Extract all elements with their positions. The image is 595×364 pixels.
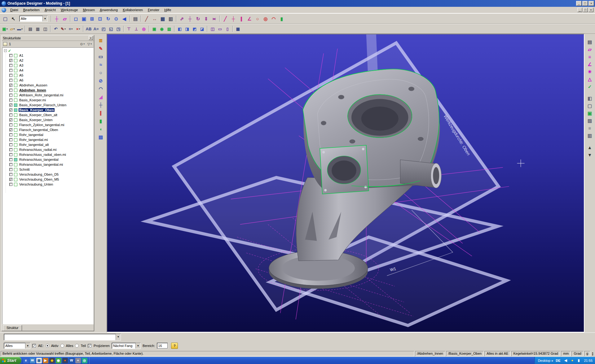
aktiv-radio[interactable] bbox=[46, 344, 49, 348]
rotate-3d-icon[interactable]: ↻ bbox=[194, 15, 202, 22]
previous-view-icon[interactable]: ◀ bbox=[120, 15, 128, 22]
menu-fenster[interactable]: Fenster bbox=[145, 7, 162, 12]
menu-anwendung[interactable]: Anwendung bbox=[97, 7, 120, 12]
move-3d-icon[interactable]: ┼ bbox=[186, 15, 194, 22]
menu-bearbeiten[interactable]: Bearbeiten bbox=[21, 7, 42, 12]
volume-icon[interactable]: ◀ bbox=[563, 358, 568, 363]
select-arrow-icon[interactable]: ↖ bbox=[9, 15, 17, 22]
tree-checkbox[interactable] bbox=[9, 123, 13, 127]
layer-list-icon[interactable]: ≡ bbox=[586, 124, 594, 132]
show-desktop-icon[interactable]: ▦ bbox=[36, 358, 42, 363]
child-restore-button[interactable]: □ bbox=[583, 8, 588, 12]
minimize-button[interactable]: _ bbox=[576, 1, 582, 6]
tree-checkbox[interactable] bbox=[9, 148, 13, 151]
tree-item-Schnitt[interactable]: Schnitt bbox=[3, 167, 93, 172]
attach-icon[interactable]: ⊘ bbox=[96, 77, 105, 85]
tree-item-Basis_Koerper_Flansch_Unten[interactable]: ✓Basis_Koerper_Flansch_Unten bbox=[3, 103, 93, 107]
select-face-icon[interactable]: ▣ bbox=[151, 25, 158, 32]
projizieren-checkbox[interactable]: ✓ bbox=[88, 344, 92, 348]
tree-checkbox[interactable] bbox=[9, 163, 13, 166]
pencil-edit-icon[interactable]: ✎▾ bbox=[60, 25, 67, 32]
info-panel-icon[interactable]: ▥ bbox=[586, 132, 594, 139]
undo-icon[interactable]: ↶ bbox=[52, 25, 60, 32]
show-part-icon[interactable]: ▣▾ bbox=[1, 25, 9, 32]
tree-checkbox[interactable]: ✓ bbox=[9, 59, 13, 62]
tree-checkbox[interactable] bbox=[9, 133, 13, 137]
snap-mode-combo[interactable]: Nächst Fang ▼ bbox=[112, 343, 141, 349]
line-2d-icon[interactable]: ╱ bbox=[221, 15, 229, 22]
zoom-icon[interactable]: ⊙ bbox=[112, 15, 120, 22]
spline-tool-icon[interactable]: ≈ bbox=[96, 60, 105, 68]
assembly-new-icon[interactable]: ◱ bbox=[107, 25, 115, 32]
delete-icon[interactable]: ×▾ bbox=[74, 25, 82, 32]
tree-item-Rohranschluss_radial_oben.mi[interactable]: Rohranschluss_radial_oben.mi bbox=[3, 152, 93, 157]
combo-arrow-icon[interactable]: ▼ bbox=[116, 334, 121, 340]
measure-dimension-icon[interactable]: ↔ bbox=[151, 15, 159, 22]
selection-mode-combo[interactable]: Alles ▼ bbox=[4, 343, 30, 349]
dropdown-arrow-icon[interactable]: ▾ bbox=[21, 28, 23, 30]
tree-item-Flansch_Zyklon_tangential.mi[interactable]: Flansch_Zyklon_tangential.mi bbox=[3, 122, 93, 127]
tree-checkbox[interactable] bbox=[9, 54, 13, 57]
dropdown-arrow-icon[interactable]: ▾ bbox=[7, 28, 8, 30]
tree-checkbox[interactable] bbox=[9, 183, 13, 186]
selection-filter-combo[interactable]: Alle ▼ bbox=[19, 15, 48, 22]
child-minimize-button[interactable]: _ bbox=[577, 8, 582, 12]
measure-print-icon[interactable]: ▥ bbox=[167, 15, 175, 22]
clip-section-icon[interactable]: ◫ bbox=[209, 25, 216, 32]
transform-icon[interactable]: ⇗ bbox=[178, 15, 186, 22]
tree-root-row[interactable]: − ✓ bbox=[3, 48, 93, 53]
tree-item-Basis_Koerper_Oben[interactable]: ✓Basis_Koerper_Oben bbox=[3, 107, 93, 112]
tree-checkbox[interactable] bbox=[9, 94, 13, 97]
tree-item-Abdrehen_Aussen[interactable]: ✓Abdrehen_Aussen bbox=[3, 83, 93, 88]
messenger-icon[interactable]: ◉ bbox=[56, 358, 61, 363]
dropdown-arrow-icon[interactable]: ▾ bbox=[79, 28, 80, 30]
maximize-button[interactable]: □ bbox=[582, 1, 588, 6]
parallel-2d-icon[interactable]: ∥ bbox=[237, 15, 245, 22]
tree-checkbox[interactable] bbox=[9, 143, 13, 147]
tree-checkbox[interactable]: ✓ bbox=[9, 84, 13, 87]
fit-view-icon[interactable]: ⊡ bbox=[96, 15, 104, 22]
tree-checkbox[interactable] bbox=[9, 89, 13, 92]
cube-shaded-icon[interactable]: ◧ bbox=[586, 94, 594, 102]
angle-2d-icon[interactable]: ∠ bbox=[245, 15, 253, 22]
tree-checkbox[interactable] bbox=[9, 138, 13, 142]
ucs-axes-icon[interactable]: ┼ bbox=[53, 15, 61, 22]
circle-center-icon[interactable]: ◎ bbox=[262, 15, 270, 22]
tree-item-Abfräsen_Rohr_tangential.mi[interactable]: Abfräsen_Rohr_tangential.mi bbox=[3, 93, 93, 98]
dropdown-arrow-icon[interactable]: ▾ bbox=[64, 28, 66, 30]
tree-item-Rohr_tangential.mi[interactable]: Rohr_tangential.mi bbox=[3, 137, 93, 142]
select-window-icon[interactable]: ◻ bbox=[72, 15, 80, 22]
help-icon[interactable]: ? bbox=[171, 343, 178, 349]
desktop-toolbar[interactable]: Desktop » bbox=[538, 359, 553, 362]
print-icon[interactable]: ▤ bbox=[27, 25, 34, 32]
close-button[interactable]: × bbox=[588, 1, 594, 6]
check-green-icon[interactable]: ✓ bbox=[586, 83, 594, 90]
view-perspective-icon[interactable]: ◪ bbox=[198, 25, 206, 32]
select-loop-icon[interactable]: ◉ bbox=[158, 25, 165, 32]
structure-browser-icon[interactable]: ≣ bbox=[96, 36, 105, 44]
workplane-icon[interactable]: ▱ bbox=[61, 15, 69, 22]
revolve-tool-icon[interactable]: ◖ bbox=[96, 125, 105, 133]
tree-checkbox[interactable] bbox=[9, 153, 13, 156]
language-indicator[interactable]: DE bbox=[556, 359, 560, 362]
zoom-in-icon[interactable]: ⊞ bbox=[88, 15, 96, 22]
status-scroll-up-icon[interactable]: ▲ bbox=[592, 352, 594, 354]
dropdown-arrow-icon[interactable]: ▾ bbox=[13, 28, 15, 30]
view-hiddenline-icon[interactable]: ◩ bbox=[191, 25, 198, 32]
tree-checkbox[interactable] bbox=[9, 173, 13, 176]
cylinder-icon[interactable]: ▮ bbox=[278, 15, 286, 22]
menu-hilfe[interactable]: Hilfe bbox=[162, 7, 174, 12]
tree-checkbox[interactable]: ✓ bbox=[9, 108, 13, 112]
circle-tool-icon[interactable]: ○ bbox=[96, 68, 105, 77]
combo-arrow-icon[interactable]: ▼ bbox=[42, 16, 47, 21]
measure-length-icon[interactable]: ╱ bbox=[143, 15, 151, 22]
outlook-icon[interactable]: ✉ bbox=[30, 358, 35, 363]
tree-item-A4[interactable]: A4 bbox=[3, 68, 93, 73]
tree-item-A2[interactable]: ✓A2 bbox=[3, 58, 93, 63]
circle-2d-icon[interactable]: ○ bbox=[253, 15, 262, 22]
tree-item-A3[interactable]: A3 bbox=[3, 63, 93, 68]
winamp-icon[interactable]: ◆ bbox=[49, 358, 55, 363]
extrude-tool-icon[interactable]: ▮ bbox=[96, 117, 105, 125]
filter-icon[interactable]: ▽▾ bbox=[86, 42, 93, 47]
clip-box-icon[interactable]: ▯ bbox=[224, 25, 231, 32]
